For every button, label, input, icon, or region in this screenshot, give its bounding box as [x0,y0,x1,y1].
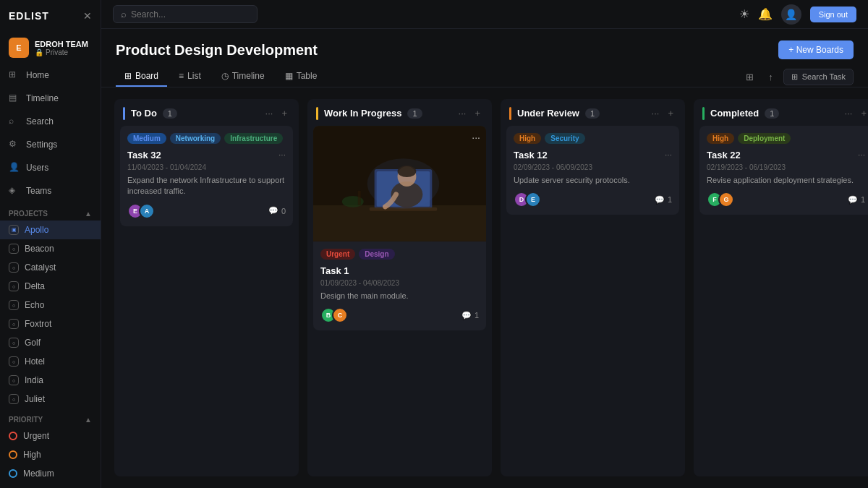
project-item-juliet[interactable]: ○ Juliet [0,390,101,408]
sidebar-item-search[interactable]: ⌕ Search [0,110,101,133]
notification-icon[interactable]: 🔔 [758,7,773,21]
close-sidebar-icon[interactable]: ✕ [83,10,92,22]
tab-board[interactable]: ⊞ Board [116,67,167,87]
signout-button[interactable]: Sign out [810,7,856,22]
sidebar-item-users[interactable]: 👤 Users [0,156,101,179]
card-task1-comments: 💬 1 [461,311,479,320]
project-dot-echo: ○ [9,300,19,310]
column-todo-actions: ··· + [263,106,290,120]
brightness-icon[interactable]: ☀ [739,7,749,21]
project-item-echo[interactable]: ○ Echo [0,296,101,314]
todo-indicator [123,107,125,120]
tab-timeline[interactable]: ◷ Timeline [213,67,273,87]
wip-more-icon[interactable]: ··· [456,106,469,120]
sidebar-item-settings[interactable]: ⚙ Settings [0,133,101,156]
wip-card-image-more-icon[interactable]: ··· [472,132,480,143]
card-task12-more-icon[interactable]: ··· [665,150,672,160]
completed-add-icon[interactable]: + [858,106,868,120]
todo-more-icon[interactable]: ··· [263,106,276,120]
column-under-review: Under Review 1 ··· + High Security [501,99,685,476]
sidebar-item-teams[interactable]: ◈ Teams [0,179,101,202]
column-wip-header: Work In Progress 1 ··· + [307,99,492,126]
share-icon[interactable]: ↑ [764,69,778,85]
team-avatar: E [9,38,29,58]
project-item-catalyst[interactable]: ○ Catalyst [0,258,101,277]
priority-item-medium[interactable]: Medium [0,464,101,483]
tag-urgent: Urgent [320,249,355,260]
review-more-icon[interactable]: ··· [649,106,663,120]
project-label-catalyst: Catalyst [25,262,56,273]
search-task-button[interactable]: ⊞ Search Task [783,69,854,85]
completed-more-icon[interactable]: ··· [842,106,856,120]
priority-item-low[interactable]: Low [0,483,101,488]
card-task22-comments: 💬 1 [848,195,865,205]
board-tab-icon: ⊞ [124,71,132,81]
search-bar[interactable]: ⌕ [113,5,258,23]
project-label-foxtrot: Foxtrot [25,319,51,329]
tab-list[interactable]: ≡ List [170,67,210,87]
search-sidebar-icon: ⌕ [9,116,20,127]
wip-add-icon[interactable]: + [472,106,483,120]
home-icon: ⊞ [9,69,20,81]
project-dot-delta: ○ [9,281,19,291]
column-todo-header: To Do 1 ··· + [114,99,299,126]
users-icon: 👤 [9,162,20,174]
nav-users-label: Users [26,163,48,173]
column-completed-actions: ··· + [842,106,868,120]
card-task22-dates: 02/19/2023 - 06/19/2023 [707,163,865,171]
project-item-foxtrot[interactable]: ○ Foxtrot [0,314,101,333]
card-task1-image: ··· [313,126,486,241]
project-item-hotel[interactable]: ○ Hotel [0,352,101,371]
projects-toggle-icon[interactable]: ▲ [85,210,92,218]
tag-high-2: High [707,133,734,144]
project-label-india: India [25,375,43,385]
teams-icon: ◈ [9,185,20,197]
project-dot-foxtrot: ○ [9,319,19,329]
new-boards-button[interactable]: + New Boards [778,40,854,59]
comment-icon-2: 💬 [461,311,472,320]
tag-design: Design [359,249,394,260]
timeline-icon: ▤ [9,93,20,104]
todo-add-icon[interactable]: + [278,106,290,120]
review-indicator [509,107,511,120]
project-item-india[interactable]: ○ India [0,371,101,390]
filter-icon[interactable]: ⊞ [741,69,758,85]
column-completed-header: Completed 1 ··· + [694,99,868,126]
svg-point-10 [367,158,440,209]
nav-timeline-label: Timeline [26,93,59,103]
project-dot-apollo: ▣ [9,225,19,235]
project-item-golf[interactable]: ○ Golf [0,333,101,352]
tab-table[interactable]: ▦ Table [276,67,326,87]
card-task32-more-icon[interactable]: ··· [278,150,286,160]
column-wip-title: Work In Progress [324,108,401,119]
priority-item-urgent[interactable]: Urgent [0,427,101,445]
search-input[interactable] [131,9,232,20]
project-item-apollo[interactable]: ▣ Apollo [0,221,101,239]
priority-item-high[interactable]: High [0,445,101,464]
sidebar-item-home[interactable]: ⊞ Home [0,64,101,87]
card-task22-more-icon[interactable]: ··· [858,150,865,160]
nav-teams-label: Teams [26,186,51,196]
sidebar-item-timeline[interactable]: ▤ Timeline [0,87,101,110]
card-task22-avatars: F G [707,192,730,207]
priority-dot-medium [9,469,17,478]
card-task1-inner: Urgent Design Task 1 01/09/2023 - 04/08/… [313,241,486,330]
card-task32-dates: 11/04/2023 - 01/04/2024 [127,163,286,171]
project-item-beacon[interactable]: ○ Beacon [0,239,101,258]
card-task32-desc: Expand the network Infrastructure to sup… [127,175,286,197]
column-todo-title-wrap: To Do 1 [123,107,177,120]
column-review-actions: ··· + [649,106,676,120]
user-avatar-icon[interactable]: 👤 [781,4,801,25]
priority-label: Priority [9,416,43,424]
column-review-title: Under Review [517,108,579,119]
project-item-delta[interactable]: ○ Delta [0,277,101,296]
card-task22-footer: F G 💬 1 [707,192,865,207]
card-task12: High Security Task 12 ··· 02/09/2023 - 0… [506,126,679,215]
card-task22-desc: Revise application deployment strategies… [707,175,865,186]
priority-toggle-icon[interactable]: ▲ [85,416,92,424]
nav-search-label: Search [26,116,54,127]
topbar-right: ☀ 🔔 👤 Sign out [739,4,856,25]
tag-high: High [514,133,541,144]
tab-board-label: Board [135,71,158,81]
review-add-icon[interactable]: + [665,106,676,120]
